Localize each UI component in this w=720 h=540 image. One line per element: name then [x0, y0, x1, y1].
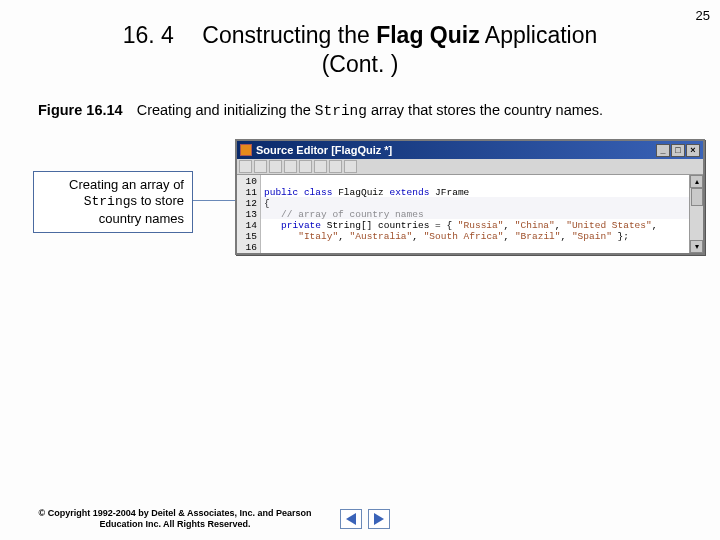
gutter-line: 13 [237, 209, 257, 220]
minimize-button[interactable]: _ [656, 144, 670, 157]
prev-slide-button[interactable] [340, 509, 362, 529]
ide-titlebar[interactable]: Source Editor [FlagQuiz *] _ □ × [237, 141, 703, 159]
editor-icon [240, 144, 252, 156]
callout-mono: String [84, 194, 131, 209]
figure-number: Figure 16.14 [38, 102, 123, 118]
str: "Russia" [458, 220, 504, 231]
toolbar-button[interactable] [239, 160, 252, 173]
scroll-thumb[interactable] [691, 188, 703, 206]
toolbar-button[interactable] [269, 160, 282, 173]
callout-connector [193, 200, 235, 201]
copyright: © Copyright 1992-2004 by Deitel & Associ… [20, 508, 330, 531]
copyright-l1: © Copyright 1992-2004 by Deitel & Associ… [20, 508, 330, 519]
ide-window: Source Editor [FlagQuiz *] _ □ × 10 11 1… [235, 139, 705, 255]
caption-pre: Creating and initializing the [137, 102, 315, 118]
code-text [264, 231, 298, 242]
code-text: FlagQuiz [332, 187, 389, 198]
title-bold: Flag Quiz [376, 22, 480, 48]
triangle-right-icon [374, 513, 384, 525]
str: "Spain" [572, 231, 612, 242]
code-text: , [652, 220, 658, 231]
nav-buttons [340, 509, 390, 529]
line-gutter: 10 11 12 13 14 15 16 [237, 175, 261, 253]
callout-box: Creating an array of Strings to store co… [33, 171, 193, 233]
code-text: String[] countries = { [321, 220, 458, 231]
code-text: , [412, 231, 423, 242]
gutter-line: 11 [237, 187, 257, 198]
window-controls: _ □ × [656, 144, 700, 157]
code-text: }; [612, 231, 629, 242]
content-row: Creating an array of Strings to store co… [0, 139, 720, 259]
title-post: Application [480, 22, 598, 48]
comment: // array of country names [264, 209, 424, 220]
toolbar-button[interactable] [344, 160, 357, 173]
slide-heading: 16. 4 Constructing the Flag Quiz Applica… [70, 22, 650, 49]
code-area[interactable]: public class FlagQuiz extends JFrame { /… [261, 175, 689, 253]
kw: extends [389, 187, 429, 198]
code-text: , [561, 231, 572, 242]
code-text: , [338, 231, 349, 242]
section-number: 16. 4 [123, 22, 174, 48]
str: "Brazil" [515, 231, 561, 242]
code-text: , [555, 220, 566, 231]
str: "Italy" [298, 231, 338, 242]
code-text: JFrame [429, 187, 469, 198]
toolbar-button[interactable] [314, 160, 327, 173]
ide-body: 10 11 12 13 14 15 16 public class FlagQu… [237, 175, 703, 253]
callout-l2-post: s to store [131, 193, 184, 208]
vertical-scrollbar[interactable]: ▴ ▾ [689, 175, 703, 253]
toolbar-button[interactable] [299, 160, 312, 173]
callout-line3: country names [42, 211, 184, 227]
callout-line2: Strings to store [42, 193, 184, 210]
code-text: , [503, 220, 514, 231]
kw: class [304, 187, 333, 198]
gutter-line: 12 [237, 198, 257, 209]
next-slide-button[interactable] [368, 509, 390, 529]
triangle-left-icon [346, 513, 356, 525]
close-button[interactable]: × [686, 144, 700, 157]
figure-caption: Figure 16.14 Creating and initializing t… [38, 102, 720, 119]
ide-toolbar [237, 159, 703, 175]
caption-post: array that stores the country names. [367, 102, 603, 118]
scroll-up-button[interactable]: ▴ [690, 175, 703, 188]
caption-mono: String [315, 103, 367, 119]
scroll-down-button[interactable]: ▾ [690, 240, 703, 253]
str: "United States" [566, 220, 652, 231]
gutter-line: 16 [237, 242, 257, 253]
kw: public [264, 187, 298, 198]
kw: private [264, 220, 321, 231]
copyright-l2: Education Inc. All Rights Reserved. [20, 519, 330, 530]
maximize-button[interactable]: □ [671, 144, 685, 157]
callout-line1: Creating an array of [42, 177, 184, 193]
str: "South Africa" [424, 231, 504, 242]
title-line2: (Cont. ) [0, 51, 720, 78]
code-text: , [504, 231, 515, 242]
ide-title: Source Editor [FlagQuiz *] [256, 144, 656, 156]
gutter-line: 10 [237, 176, 257, 187]
code-text: { [264, 198, 270, 209]
toolbar-button[interactable] [284, 160, 297, 173]
title-text: Constructing the Flag Quiz Application [202, 22, 597, 48]
toolbar-button[interactable] [254, 160, 267, 173]
footer: © Copyright 1992-2004 by Deitel & Associ… [20, 508, 700, 531]
str: "China" [515, 220, 555, 231]
title-pre: Constructing the [202, 22, 376, 48]
page-number: 25 [696, 8, 710, 23]
gutter-line: 14 [237, 220, 257, 231]
toolbar-button[interactable] [329, 160, 342, 173]
str: "Australia" [350, 231, 413, 242]
gutter-line: 15 [237, 231, 257, 242]
